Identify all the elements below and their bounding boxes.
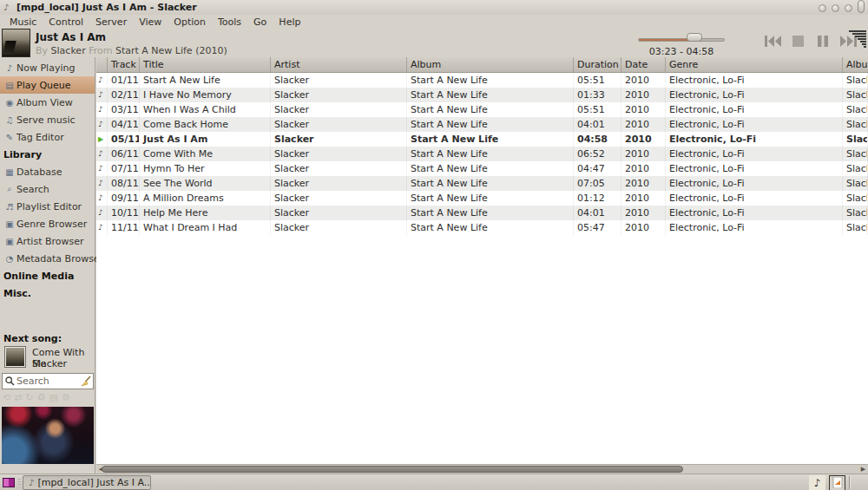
- sidebar-item-playlist-editor[interactable]: ♬ Playlist Editor: [0, 198, 95, 215]
- seek-slider[interactable]: [638, 36, 725, 44]
- menu-go[interactable]: Go: [247, 16, 273, 28]
- menu-server[interactable]: Server: [89, 16, 133, 28]
- sidebar-item-serve-music[interactable]: ♫ Serve music: [0, 111, 95, 128]
- cell-duration: 06:52: [574, 147, 621, 161]
- queue-row[interactable]: ♪ 04/11 Come Back Home Slacker Start A N…: [96, 117, 868, 132]
- header-state-column[interactable]: [96, 57, 108, 72]
- queue-table-header: Track Title Artist Album Duration Date G…: [96, 57, 868, 73]
- workspace-switcher-icon[interactable]: [3, 478, 15, 487]
- queue-row[interactable]: ♪ 11/11 What I Dream I Had Slacker Start…: [96, 220, 868, 235]
- task-button[interactable]: ♪ [mpd_local] Just As I A...: [23, 475, 151, 490]
- cell-date: 2010: [621, 220, 666, 235]
- queue-row[interactable]: ♪ 10/11 Help Me Here Slacker Start A New…: [96, 206, 868, 220]
- queue-row[interactable]: ♪ 09/11 A Million Dreams Slacker Start A…: [96, 191, 868, 206]
- queue-row[interactable]: ♪ 03/11 When I Was A Child Slacker Start…: [96, 102, 868, 117]
- cell-track: 07/11: [108, 161, 140, 176]
- sidebar-item-search[interactable]: ⌕ Search: [0, 180, 95, 198]
- pause-button[interactable]: [814, 35, 832, 47]
- maximize-button[interactable]: [832, 4, 839, 12]
- system-tray: ♪: [809, 474, 845, 490]
- horizontal-scrollbar[interactable]: ◀ ▶: [96, 464, 868, 474]
- sidebar-item-metadata-browser[interactable]: ◔ Metadata Browser: [0, 250, 95, 267]
- row-state-icon: ♪: [96, 117, 108, 132]
- tray-music-note-icon[interactable]: ♪: [809, 475, 825, 490]
- queue-row[interactable]: ▶ 05/11 Just As I Am Slacker Start A New…: [96, 132, 868, 147]
- sidebar-item-now-playing[interactable]: ♪ Now Playing: [0, 59, 95, 76]
- transport-controls: [764, 35, 857, 47]
- cell-date: 2010: [621, 88, 666, 102]
- cell-date: 2010: [621, 117, 666, 132]
- menu-view[interactable]: View: [133, 16, 168, 28]
- search-icon: ⌕: [3, 184, 16, 194]
- cell-track: 11/11: [108, 220, 140, 235]
- now-playing-album: Start A New Life (2010): [115, 45, 227, 56]
- app-body: ♪ Now Playing ▤ Play Queue ◉ Album View …: [0, 57, 868, 474]
- header-genre[interactable]: Genre: [666, 57, 843, 72]
- search-input[interactable]: [15, 376, 81, 387]
- cell-title: When I Was A Child: [140, 102, 271, 117]
- now-playing-title: Just As I Am: [36, 31, 106, 43]
- header-artist[interactable]: Artist: [271, 57, 407, 72]
- menu-help[interactable]: Help: [273, 16, 306, 28]
- menu-option[interactable]: Option: [168, 16, 212, 28]
- sidebar-item-tag-editor[interactable]: ✎ Tag Editor: [0, 128, 95, 146]
- header-album-artist[interactable]: Albu: [843, 57, 868, 72]
- menu-music[interactable]: Music: [3, 16, 43, 28]
- cell-artist: Slacker: [271, 147, 407, 161]
- tag-editor-icon: ✎: [3, 133, 16, 142]
- sidebar-item-play-queue[interactable]: ▤ Play Queue: [0, 76, 95, 94]
- titlebar[interactable]: ♪ [mpd_local] Just As I Am - Slacker: [0, 0, 868, 15]
- cell-album: Start A New Life: [407, 147, 574, 161]
- cell-title: Come Back Home: [140, 117, 271, 132]
- sidebar-item-label: Album View: [16, 97, 73, 108]
- cell-album_artist: Slack: [843, 88, 868, 102]
- clear-broom-icon[interactable]: [81, 376, 91, 387]
- cell-album: Start A New Life: [407, 206, 574, 220]
- header-track[interactable]: Track: [108, 57, 140, 72]
- sidebar-nav: ♪ Now Playing ▤ Play Queue ◉ Album View …: [0, 57, 95, 302]
- sidebar-item-database[interactable]: ▦ Database: [0, 163, 95, 180]
- cell-title: Hymn To Her: [140, 161, 271, 176]
- taskbar-handle[interactable]: [18, 479, 21, 487]
- menu-tools[interactable]: Tools: [212, 16, 247, 28]
- sidebar-item-label: Serve music: [16, 114, 76, 126]
- sidebar-item-artist-browser[interactable]: ▣ Artist Browser: [0, 232, 95, 250]
- sidebar-item-album-view[interactable]: ◉ Album View: [0, 94, 95, 111]
- cell-artist: Slacker: [271, 73, 407, 88]
- cell-track: 01/11: [108, 73, 140, 88]
- cell-track: 09/11: [108, 191, 140, 206]
- menu-control[interactable]: Control: [43, 16, 89, 28]
- previous-button[interactable]: [764, 35, 781, 47]
- sidebar-item-label: Now Playing: [16, 62, 75, 74]
- cell-artist: Slacker: [271, 220, 407, 235]
- minimize-button[interactable]: [819, 4, 826, 12]
- cell-album: Start A New Life: [407, 220, 574, 235]
- scroll-right-arrow-icon[interactable]: ▶: [858, 465, 868, 474]
- row-state-icon: ♪: [96, 73, 108, 88]
- header-album[interactable]: Album: [407, 57, 574, 72]
- tray-document-icon[interactable]: [829, 475, 845, 490]
- menubar: Music Control Server View Option Tools G…: [0, 15, 868, 29]
- header-title[interactable]: Title: [140, 57, 271, 72]
- queue-row[interactable]: ♪ 06/11 Come With Me Slacker Start A New…: [96, 147, 868, 161]
- queue-row[interactable]: ♪ 02/11 I Have No Memory Slacker Start A…: [96, 88, 868, 102]
- sidebar-item-genre-browser[interactable]: ▣ Genre Browser: [0, 215, 95, 232]
- seek-track[interactable]: [638, 38, 725, 42]
- scrollbar-thumb[interactable]: [102, 466, 683, 473]
- row-state-icon: ♪: [96, 88, 108, 102]
- close-button[interactable]: [845, 4, 852, 12]
- cell-duration: 04:01: [574, 206, 621, 220]
- queue-row[interactable]: ♪ 07/11 Hymn To Her Slacker Start A New …: [96, 161, 868, 176]
- cell-album_artist: Slack: [843, 191, 868, 206]
- next-song-artist: Slacker: [32, 358, 67, 369]
- header-date[interactable]: Date: [621, 57, 666, 72]
- queue-row[interactable]: ♪ 01/11 Start A New Life Slacker Start A…: [96, 73, 868, 88]
- metadata-browser-icon: ◔: [3, 254, 16, 264]
- cell-track: 02/11: [108, 88, 140, 102]
- queue-row[interactable]: ♪ 08/11 See The World Slacker Start A Ne…: [96, 176, 868, 191]
- stop-button[interactable]: [789, 35, 806, 47]
- seek-handle[interactable]: [687, 33, 702, 42]
- header-duration[interactable]: Duration: [574, 57, 621, 72]
- volume-icon[interactable]: [849, 30, 866, 53]
- cell-album_artist: Slack: [843, 220, 868, 235]
